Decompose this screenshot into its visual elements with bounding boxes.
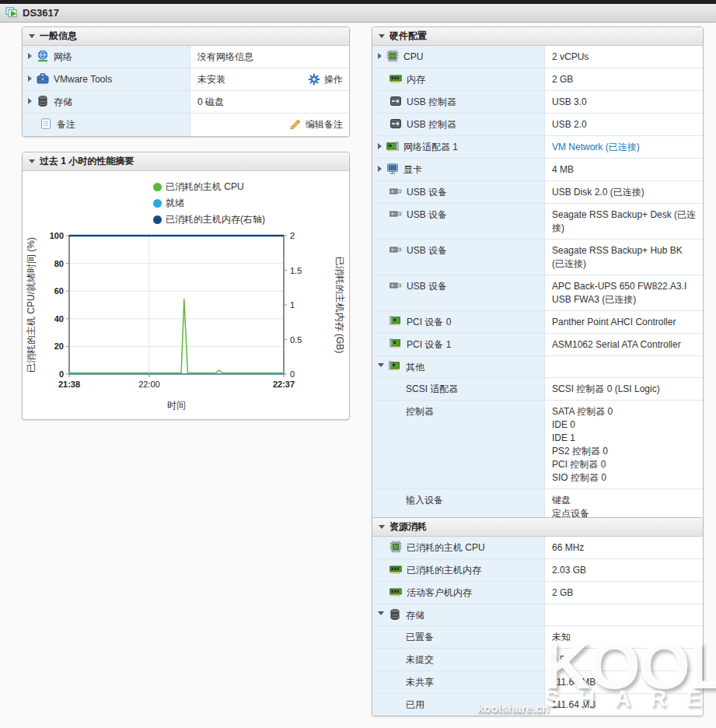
row-value: Panther Point AHCI Controller	[552, 316, 676, 329]
pci-icon	[389, 338, 402, 350]
table-row[interactable]: 已用111.64 MB	[372, 694, 703, 716]
row-label: 其他	[406, 361, 424, 373]
value-text: ASM1062 Serial ATA Controller	[552, 338, 681, 352]
ram-icon	[389, 72, 402, 85]
table-row[interactable]: 控制器SATA 控制器 0IDE 0IDE 1PS2 控制器 0PCI 控制器 …	[372, 401, 703, 489]
table-row[interactable]: 未提交0 B	[372, 649, 703, 671]
general-info-table: 网络没有网络信息VMware Tools未安装操作存储0 磁盘备注编辑备注	[23, 46, 349, 136]
collapse-arrow-icon[interactable]	[29, 159, 35, 163]
panel-header-resources[interactable]: 资源消耗	[372, 518, 703, 537]
expand-arrow-icon[interactable]	[378, 143, 382, 149]
value-text: PCI 控制器 0	[552, 458, 613, 471]
table-row[interactable]: 显卡4 MB	[372, 159, 703, 181]
table-row[interactable]: USB 控制器USB 3.0	[372, 91, 703, 114]
collapse-arrow-icon[interactable]	[379, 525, 385, 529]
expand-arrow-icon[interactable]	[378, 166, 382, 172]
svg-text:已消耗的主机 CPU/就绪时间 (%): 已消耗的主机 CPU/就绪时间 (%)	[26, 237, 37, 373]
value-text: 2.03 GB	[552, 564, 586, 577]
row-value: 2 GB	[552, 586, 573, 600]
table-row[interactable]: 内存2 GB	[372, 68, 703, 91]
row-value: 111.64 MB	[552, 698, 596, 712]
collapse-arrow-icon[interactable]	[379, 34, 385, 38]
value-text: USB 2.0	[552, 118, 587, 131]
table-row[interactable]: CPU2 vCPUs	[372, 46, 703, 68]
expand-arrow-icon[interactable]	[28, 75, 32, 82]
gear-action-link[interactable]: 操作	[308, 73, 343, 86]
row-value: 未知	[552, 631, 571, 644]
vm-name: DS3617	[23, 7, 59, 19]
value-text: 键盘	[552, 494, 589, 507]
panel-header-hardware[interactable]: 硬件配置	[372, 27, 703, 46]
table-row[interactable]: 已消耗的主机内存2.03 GB	[372, 559, 703, 582]
table-row[interactable]: USB 设备Seagate RSS Backup+ Desk (已连接)	[372, 204, 703, 240]
row-label: PCI 设备 1	[407, 338, 451, 351]
pencil-action-link[interactable]: 编辑备注	[289, 118, 343, 132]
value-text: PS2 控制器 0	[552, 445, 613, 458]
value-text: 2 vCPUs	[552, 51, 589, 64]
row-label: 控制器	[406, 405, 434, 418]
table-row[interactable]: USB 控制器USB 2.0	[372, 114, 703, 136]
value-text: 0 B	[552, 653, 566, 667]
svg-text:1: 1	[290, 300, 295, 310]
row-value: 2 vCPUs	[552, 51, 589, 64]
table-row[interactable]: 其他	[372, 356, 703, 378]
table-row[interactable]: VMware Tools未安装操作	[23, 68, 349, 91]
svg-text:80: 80	[54, 259, 64, 268]
vm-icon	[5, 6, 18, 19]
value-text: 66 MHz	[552, 541, 584, 555]
table-row[interactable]: 存储0 磁盘	[23, 91, 349, 114]
table-row[interactable]: 已消耗的主机 CPU66 MHz	[372, 537, 703, 559]
value-text: 没有网络信息	[197, 51, 253, 64]
usbdev-icon	[389, 185, 402, 198]
collapse-arrow-icon[interactable]	[378, 611, 384, 615]
table-row[interactable]: USB 设备Seagate RSS Backup+ Hub BK (已连接)	[372, 240, 703, 275]
performance-chart: 02040608010000.511.5221:3822:0022:37已消耗的…	[23, 229, 349, 415]
arrow-spacer	[378, 544, 385, 551]
table-row[interactable]: 已置备未知	[372, 626, 703, 649]
table-row[interactable]: PCI 设备 0Panther Point AHCI Controller	[372, 311, 703, 334]
row-label: 已消耗的主机内存	[407, 564, 481, 576]
usbdev-icon	[389, 243, 402, 256]
svg-text:0: 0	[290, 369, 295, 379]
row-label: USB 控制器	[407, 118, 456, 131]
value-text: IDE 0	[552, 418, 613, 432]
legend-label: 就绪	[166, 197, 184, 210]
collapse-arrow-icon[interactable]	[378, 363, 384, 367]
collapse-arrow-icon[interactable]	[29, 34, 35, 38]
arrow-spacer	[378, 589, 385, 596]
row-value: USB Disk 2.0 (已连接)	[552, 186, 644, 199]
table-row[interactable]: 网络适配器 1VM Network (已连接)	[372, 136, 703, 159]
arrow-spacer	[378, 318, 385, 325]
row-label: 未提交	[406, 653, 434, 666]
table-row[interactable]: 备注编辑备注	[23, 114, 349, 136]
table-row[interactable]: SCSI 适配器SCSI 控制器 0 (LSI Logic)	[372, 378, 703, 401]
row-value: SATA 控制器 0IDE 0IDE 1PS2 控制器 0PCI 控制器 0SI…	[552, 405, 613, 485]
table-row[interactable]: USB 设备USB Disk 2.0 (已连接)	[372, 181, 703, 204]
row-value: SCSI 控制器 0 (LSI Logic)	[552, 383, 660, 396]
value-link[interactable]: VM Network (已连接)	[552, 141, 640, 154]
arrow-spacer	[28, 121, 35, 128]
row-value: 未安装	[197, 73, 225, 86]
table-row[interactable]: 未共享111.64 MB	[372, 671, 703, 694]
svg-text:2: 2	[290, 231, 295, 240]
hardware-table: CPU2 vCPUs内存2 GBUSB 控制器USB 3.0USB 控制器USB…	[372, 46, 703, 524]
performance-chart-area: 已消耗的主机 CPU就绪已消耗的主机内存(右轴) 02040608010000.…	[23, 171, 349, 419]
table-row[interactable]: 网络没有网络信息	[23, 46, 349, 68]
table-row[interactable]: 存储	[372, 604, 703, 626]
expand-arrow-icon[interactable]	[378, 53, 382, 59]
globe-icon	[37, 50, 49, 62]
table-row[interactable]: 活动客户机内存2 GB	[372, 582, 703, 604]
value-text: USB Disk 2.0 (已连接)	[552, 186, 644, 199]
row-value: 111.64 MB	[552, 676, 596, 689]
expand-arrow-icon[interactable]	[28, 98, 32, 104]
row-label: 输入设备	[406, 494, 443, 506]
table-row[interactable]: USB 设备APC Back-UPS 650 FW822.A3.I USB FW…	[372, 275, 703, 311]
expand-arrow-icon[interactable]	[28, 53, 32, 59]
panel-header-general-info[interactable]: 一般信息	[23, 27, 349, 46]
legend-label: 已消耗的主机内存(右轴)	[166, 213, 265, 226]
pci-icon	[389, 360, 401, 373]
table-row[interactable]: PCI 设备 1ASM1062 Serial ATA Controller	[372, 334, 703, 356]
panel-performance: 过去 1 小时的性能摘要 已消耗的主机 CPU就绪已消耗的主机内存(右轴) 02…	[22, 152, 350, 420]
value-text: 111.64 MB	[552, 676, 596, 689]
panel-header-performance[interactable]: 过去 1 小时的性能摘要	[23, 152, 349, 171]
